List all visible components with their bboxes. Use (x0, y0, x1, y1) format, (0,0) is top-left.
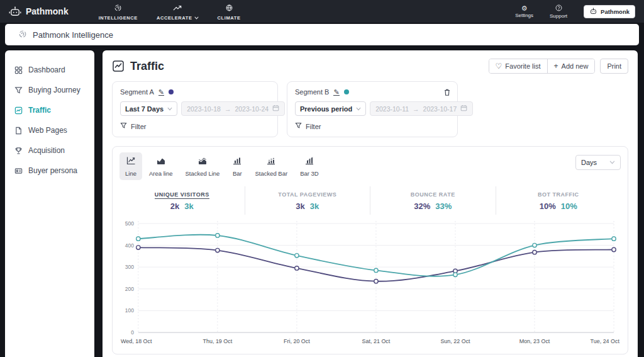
breadcrumb-title: Pathmonk Intelligence (33, 30, 113, 40)
sidebar: Dashboard Buying Journey Traffic Web Pag… (5, 50, 94, 357)
primary-nav: INTELLIGENCE ACCELERATE CLIMATE (99, 3, 515, 21)
support-button[interactable]: Support (550, 4, 567, 19)
segment-b-date-range[interactable]: 2023-10-11 → 2023-10-17 (370, 101, 473, 116)
tab-line-label: Line (125, 170, 136, 177)
metric-bounce-rate[interactable]: BOUNCE RATE 32%33% (370, 186, 496, 215)
svg-text:Tue, 24 Oct: Tue, 24 Oct (591, 338, 620, 344)
edit-pencil-icon[interactable]: ✎ (158, 89, 164, 96)
nav-climate[interactable]: CLIMATE (218, 3, 241, 21)
trending-up-icon (173, 3, 182, 14)
chart-card: Line Area line Stacked Line Bar (112, 146, 628, 354)
sidebar-item-web-pages[interactable]: Web Pages (5, 121, 94, 140)
segment-a-value: 2k (170, 201, 179, 211)
sidebar-item-acquisition[interactable]: Acquisition (5, 141, 94, 160)
sidebar-item-buying-journey[interactable]: Buying Journey (5, 81, 94, 99)
line-chart-icon (14, 106, 23, 115)
metric-unique-visitors[interactable]: UNIQUE VISITORS 2k3k (119, 186, 245, 215)
print-button[interactable]: Print (600, 59, 628, 74)
sidebar-item-traffic[interactable]: Traffic (5, 101, 94, 120)
svg-text:Mon, 23 Oct: Mon, 23 Oct (519, 338, 550, 344)
metric-bot-traffic[interactable]: BOT TRAFFIC 10%10% (496, 186, 621, 215)
metric-label: BOT TRAFFIC (538, 191, 579, 198)
segment-a-range-select[interactable]: Last 7 Days (120, 101, 177, 116)
chevron-down-icon (609, 161, 615, 164)
svg-text:400: 400 (125, 242, 134, 249)
header-actions: ♡ Favorite list + Add new Print (489, 59, 628, 74)
tab-bar-label: Bar (233, 170, 242, 177)
metric-total-pageviews[interactable]: TOTAL PAGEVIEWS 3k3k (245, 186, 370, 215)
calendar-icon (272, 105, 279, 113)
chevron-down-icon (167, 107, 172, 111)
heart-icon: ♡ (496, 63, 502, 69)
segment-a-date-range[interactable]: 2023-10-18 → 2023-10-24 (181, 101, 285, 116)
calendar-icon (460, 105, 467, 113)
segment-b-range-select[interactable]: Previous period (295, 101, 366, 116)
sidebar-item-dashboard[interactable]: Dashboard (5, 60, 94, 79)
bar-type-icon (232, 156, 242, 168)
sidebar-item-buyer-persona[interactable]: Buyer persona (5, 161, 94, 180)
segment-b-value: 3k (184, 201, 193, 211)
svg-text:Fri, 20 Oct: Fri, 20 Oct (284, 338, 310, 344)
segment-a-card: Segment A ✎ Last 7 Days 2023-10-18 → 202… (112, 81, 278, 137)
chart-toolbar: Line Area line Stacked Line Bar (119, 152, 621, 180)
globe-icon (226, 3, 233, 14)
sidebar-item-label: Buyer persona (28, 166, 77, 175)
segment-b-range-value: Previous period (300, 105, 352, 113)
edit-pencil-icon[interactable]: ✎ (333, 89, 339, 96)
tab-stacked-line[interactable]: Stacked Line (179, 152, 225, 180)
nav-accelerate-label: ACCELERATE (157, 15, 192, 21)
tab-bar-3d[interactable]: Bar 3D (294, 152, 325, 180)
nav-intelligence[interactable]: INTELLIGENCE (99, 3, 138, 21)
segment-a-filter-button[interactable]: Filter (120, 122, 146, 130)
settings-label: Settings (515, 13, 533, 18)
chevron-down-icon (194, 15, 199, 21)
account-label: Pathmonk (601, 8, 630, 15)
segments-row: Segment A ✎ Last 7 Days 2023-10-18 → 202… (112, 81, 628, 137)
tab-bar-3d-label: Bar 3D (300, 170, 319, 177)
interval-value: Days (581, 159, 597, 166)
tab-stacked-bar[interactable]: Stacked Bar (249, 152, 293, 180)
chart-type-tabs: Line Area line Stacked Line Bar (119, 152, 575, 180)
intelligence-icon (114, 3, 121, 14)
tab-bar[interactable]: Bar (226, 152, 248, 180)
pathmonk-robot-icon-small (589, 8, 597, 16)
tab-line[interactable]: Line (119, 152, 142, 180)
filter-funnel-icon (120, 122, 127, 130)
segment-b-filter-button[interactable]: Filter (295, 122, 321, 130)
metrics-row: UNIQUE VISITORS 2k3k TOTAL PAGEVIEWS 3k3… (119, 186, 621, 215)
brand-logo[interactable]: Pathmonk (9, 6, 69, 16)
svg-text:500: 500 (125, 220, 134, 227)
filter-label: Filter (131, 123, 146, 130)
svg-text:Wed, 18 Oct: Wed, 18 Oct (121, 338, 152, 344)
favorite-list-label: Favorite list (505, 62, 540, 70)
question-circle-icon (555, 4, 562, 13)
segment-b-date-from: 2023-10-11 (375, 105, 409, 113)
brand-name: Pathmonk (26, 6, 69, 16)
interval-select[interactable]: Days (575, 155, 621, 170)
metric-label: UNIQUE VISITORS (155, 191, 209, 199)
favorite-list-button[interactable]: ♡ Favorite list (489, 59, 547, 73)
svg-text:Sat, 21 Oct: Sat, 21 Oct (362, 338, 391, 344)
nav-accelerate[interactable]: ACCELERATE (157, 3, 199, 21)
segment-a-color-dot (169, 89, 174, 94)
add-new-button[interactable]: + Add new (547, 59, 595, 73)
topbar-utilities: ⚙ Settings Support Pathmonk (515, 4, 635, 19)
sidebar-item-label: Acquisition (28, 146, 65, 155)
trash-icon[interactable] (443, 88, 451, 99)
settings-button[interactable]: ⚙ Settings (515, 5, 533, 18)
breadcrumb-bar: Pathmonk Intelligence (5, 24, 639, 45)
top-navigation-bar: Pathmonk INTELLIGENCE ACCELERATE CLIMATE… (0, 0, 644, 23)
segment-b-date-to: 2023-10-17 (423, 105, 457, 113)
bar-3d-type-icon (304, 156, 314, 168)
tab-stacked-line-label: Stacked Line (185, 170, 219, 177)
id-card-icon (14, 167, 23, 175)
filter-funnel-icon (295, 122, 302, 130)
segment-a-date-to: 2023-10-24 (235, 105, 269, 113)
sidebar-item-label: Dashboard (28, 65, 65, 74)
grid-icon (14, 66, 23, 74)
tab-area-line[interactable]: Area line (143, 152, 179, 180)
plus-icon: + (554, 63, 558, 69)
stacked-line-type-icon (197, 156, 208, 168)
pathmonk-account-button[interactable]: Pathmonk (584, 5, 635, 18)
segment-b-name: Segment B (295, 88, 329, 96)
